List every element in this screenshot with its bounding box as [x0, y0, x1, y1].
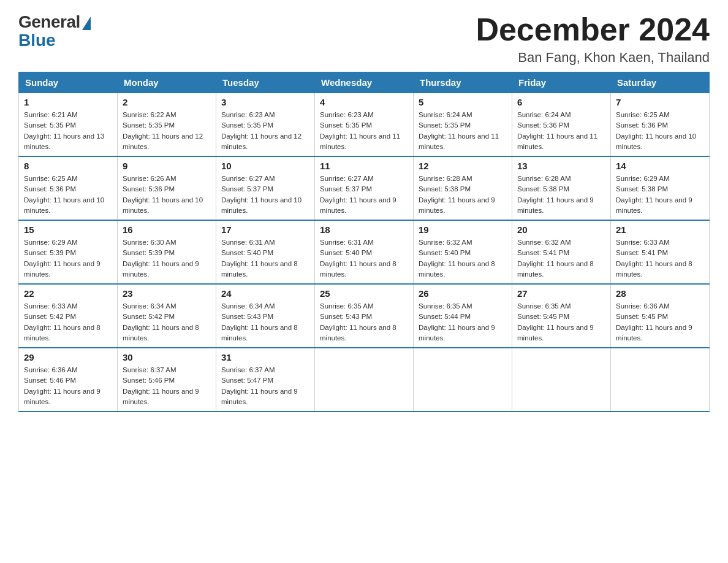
calendar-day-cell: 27 Sunrise: 6:35 AM Sunset: 5:45 PM Dayl…: [512, 284, 611, 348]
day-number: 29: [24, 352, 112, 362]
day-info: Sunrise: 6:24 AM Sunset: 5:36 PM Dayligh…: [517, 110, 605, 152]
calendar-day-cell: 17 Sunrise: 6:31 AM Sunset: 5:40 PM Dayl…: [216, 220, 315, 284]
calendar-week-row: 1 Sunrise: 6:21 AM Sunset: 5:35 PM Dayli…: [19, 93, 710, 157]
calendar-day-cell: 16 Sunrise: 6:30 AM Sunset: 5:39 PM Dayl…: [118, 220, 216, 284]
calendar-day-cell: 29 Sunrise: 6:36 AM Sunset: 5:46 PM Dayl…: [19, 348, 118, 412]
day-number: 24: [221, 288, 309, 299]
calendar-day-cell: 3 Sunrise: 6:23 AM Sunset: 5:35 PM Dayli…: [216, 93, 315, 157]
day-info: Sunrise: 6:27 AM Sunset: 5:37 PM Dayligh…: [221, 174, 309, 216]
calendar-day-cell: 6 Sunrise: 6:24 AM Sunset: 5:36 PM Dayli…: [512, 93, 611, 157]
day-number: 17: [221, 224, 309, 235]
day-number: 6: [517, 97, 605, 107]
calendar-day-cell: [315, 348, 414, 412]
day-info: Sunrise: 6:29 AM Sunset: 5:39 PM Dayligh…: [24, 237, 112, 280]
calendar-day-cell: 9 Sunrise: 6:26 AM Sunset: 5:36 PM Dayli…: [118, 156, 216, 220]
calendar-table: SundayMondayTuesdayWednesdayThursdayFrid…: [18, 72, 710, 412]
day-info: Sunrise: 6:25 AM Sunset: 5:36 PM Dayligh…: [616, 110, 704, 152]
day-info: Sunrise: 6:33 AM Sunset: 5:42 PM Dayligh…: [24, 301, 112, 343]
day-number: 25: [320, 288, 408, 299]
day-number: 27: [517, 288, 605, 299]
day-number: 22: [24, 288, 112, 299]
day-number: 19: [419, 224, 507, 235]
day-info: Sunrise: 6:28 AM Sunset: 5:38 PM Dayligh…: [517, 174, 605, 216]
day-info: Sunrise: 6:31 AM Sunset: 5:40 PM Dayligh…: [221, 237, 309, 280]
day-number: 8: [24, 161, 112, 171]
calendar-day-cell: 1 Sunrise: 6:21 AM Sunset: 5:35 PM Dayli…: [19, 93, 118, 157]
day-info: Sunrise: 6:36 AM Sunset: 5:45 PM Dayligh…: [616, 301, 704, 343]
month-title: December 2024: [476, 12, 710, 47]
day-info: Sunrise: 6:26 AM Sunset: 5:36 PM Dayligh…: [123, 174, 211, 216]
day-number: 30: [123, 352, 211, 362]
day-number: 21: [616, 224, 704, 235]
day-info: Sunrise: 6:23 AM Sunset: 5:35 PM Dayligh…: [221, 110, 309, 152]
title-section: December 2024 Ban Fang, Khon Kaen, Thail…: [476, 12, 710, 66]
calendar-day-header: Saturday: [611, 72, 710, 93]
calendar-day-header: Wednesday: [315, 72, 414, 93]
day-number: 5: [419, 97, 507, 107]
day-info: Sunrise: 6:33 AM Sunset: 5:41 PM Dayligh…: [616, 237, 704, 280]
calendar-day-cell: 18 Sunrise: 6:31 AM Sunset: 5:40 PM Dayl…: [315, 220, 414, 284]
day-number: 4: [320, 97, 408, 107]
calendar-day-cell: 4 Sunrise: 6:23 AM Sunset: 5:35 PM Dayli…: [315, 93, 414, 157]
calendar-day-cell: 31 Sunrise: 6:37 AM Sunset: 5:47 PM Dayl…: [216, 348, 315, 412]
calendar-week-row: 29 Sunrise: 6:36 AM Sunset: 5:46 PM Dayl…: [19, 348, 710, 412]
day-number: 23: [123, 288, 211, 299]
day-info: Sunrise: 6:34 AM Sunset: 5:43 PM Dayligh…: [221, 301, 309, 343]
day-info: Sunrise: 6:27 AM Sunset: 5:37 PM Dayligh…: [320, 174, 408, 216]
calendar-day-cell: 23 Sunrise: 6:34 AM Sunset: 5:42 PM Dayl…: [118, 284, 216, 348]
day-number: 16: [123, 224, 211, 235]
calendar-day-cell: 7 Sunrise: 6:25 AM Sunset: 5:36 PM Dayli…: [611, 93, 710, 157]
day-number: 20: [517, 224, 605, 235]
day-number: 28: [616, 288, 704, 299]
calendar-week-row: 8 Sunrise: 6:25 AM Sunset: 5:36 PM Dayli…: [19, 156, 710, 220]
day-number: 12: [419, 161, 507, 171]
calendar-day-cell: 2 Sunrise: 6:22 AM Sunset: 5:35 PM Dayli…: [118, 93, 216, 157]
calendar-day-cell: 25 Sunrise: 6:35 AM Sunset: 5:43 PM Dayl…: [315, 284, 414, 348]
calendar-day-cell: 11 Sunrise: 6:27 AM Sunset: 5:37 PM Dayl…: [315, 156, 414, 220]
calendar-day-cell: 30 Sunrise: 6:37 AM Sunset: 5:46 PM Dayl…: [118, 348, 216, 412]
calendar-day-cell: 20 Sunrise: 6:32 AM Sunset: 5:41 PM Dayl…: [512, 220, 611, 284]
logo-triangle-icon: [82, 17, 91, 30]
calendar-day-header: Thursday: [414, 72, 512, 93]
day-number: 10: [221, 161, 309, 171]
page-header: General Blue December 2024 Ban Fang, Kho…: [18, 12, 710, 66]
calendar-day-cell: 14 Sunrise: 6:29 AM Sunset: 5:38 PM Dayl…: [611, 156, 710, 220]
day-info: Sunrise: 6:35 AM Sunset: 5:43 PM Dayligh…: [320, 301, 408, 343]
logo-general-text: General: [18, 12, 80, 32]
day-info: Sunrise: 6:32 AM Sunset: 5:40 PM Dayligh…: [419, 237, 507, 280]
day-info: Sunrise: 6:36 AM Sunset: 5:46 PM Dayligh…: [24, 365, 112, 407]
day-info: Sunrise: 6:25 AM Sunset: 5:36 PM Dayligh…: [24, 174, 112, 216]
day-number: 13: [517, 161, 605, 171]
calendar-week-row: 22 Sunrise: 6:33 AM Sunset: 5:42 PM Dayl…: [19, 284, 710, 348]
calendar-day-header: Sunday: [19, 72, 118, 93]
day-info: Sunrise: 6:32 AM Sunset: 5:41 PM Dayligh…: [517, 237, 605, 280]
location-subtitle: Ban Fang, Khon Kaen, Thailand: [476, 50, 710, 66]
calendar-day-cell: 8 Sunrise: 6:25 AM Sunset: 5:36 PM Dayli…: [19, 156, 118, 220]
day-number: 14: [616, 161, 704, 171]
day-number: 9: [123, 161, 211, 171]
day-info: Sunrise: 6:29 AM Sunset: 5:38 PM Dayligh…: [616, 174, 704, 216]
calendar-day-cell: 21 Sunrise: 6:33 AM Sunset: 5:41 PM Dayl…: [611, 220, 710, 284]
calendar-header-row: SundayMondayTuesdayWednesdayThursdayFrid…: [19, 72, 710, 93]
day-info: Sunrise: 6:23 AM Sunset: 5:35 PM Dayligh…: [320, 110, 408, 152]
day-number: 1: [24, 97, 112, 107]
calendar-day-cell: 10 Sunrise: 6:27 AM Sunset: 5:37 PM Dayl…: [216, 156, 315, 220]
day-number: 18: [320, 224, 408, 235]
day-info: Sunrise: 6:21 AM Sunset: 5:35 PM Dayligh…: [24, 110, 112, 152]
calendar-day-cell: 13 Sunrise: 6:28 AM Sunset: 5:38 PM Dayl…: [512, 156, 611, 220]
calendar-day-cell: 28 Sunrise: 6:36 AM Sunset: 5:45 PM Dayl…: [611, 284, 710, 348]
calendar-day-cell: 12 Sunrise: 6:28 AM Sunset: 5:38 PM Dayl…: [414, 156, 512, 220]
day-info: Sunrise: 6:30 AM Sunset: 5:39 PM Dayligh…: [123, 237, 211, 280]
calendar-day-header: Friday: [512, 72, 611, 93]
day-number: 11: [320, 161, 408, 171]
calendar-day-cell: 19 Sunrise: 6:32 AM Sunset: 5:40 PM Dayl…: [414, 220, 512, 284]
day-number: 15: [24, 224, 112, 235]
calendar-day-header: Monday: [118, 72, 216, 93]
day-number: 7: [616, 97, 704, 107]
calendar-day-cell: 24 Sunrise: 6:34 AM Sunset: 5:43 PM Dayl…: [216, 284, 315, 348]
day-info: Sunrise: 6:35 AM Sunset: 5:44 PM Dayligh…: [419, 301, 507, 343]
day-number: 2: [123, 97, 211, 107]
day-number: 26: [419, 288, 507, 299]
day-info: Sunrise: 6:37 AM Sunset: 5:47 PM Dayligh…: [221, 365, 309, 407]
day-info: Sunrise: 6:28 AM Sunset: 5:38 PM Dayligh…: [419, 174, 507, 216]
